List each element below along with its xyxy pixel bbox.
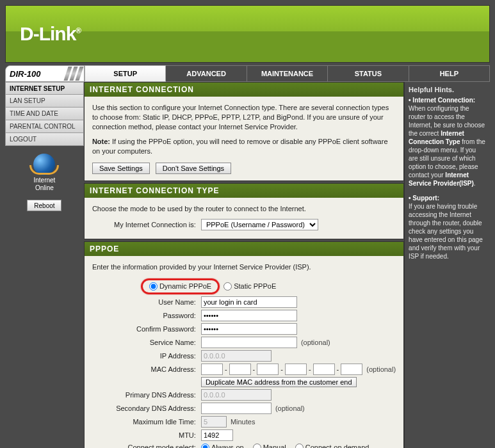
tab-help[interactable]: HELP bbox=[409, 65, 490, 82]
dont-save-button[interactable]: Don't Save Settings bbox=[156, 163, 231, 174]
sidebar-item-parental[interactable]: PARENTAL CONTROL bbox=[5, 120, 84, 133]
ip-label: IP Address: bbox=[92, 351, 201, 361]
tab-setup[interactable]: SETUP bbox=[85, 65, 166, 82]
duplicate-mac-button[interactable]: Duplicate MAC address from the customer … bbox=[201, 377, 357, 387]
mac-seg-5[interactable] bbox=[313, 364, 335, 375]
mac-seg-4[interactable] bbox=[285, 364, 307, 375]
main-tabs: SETUP ADVANCED MAINTENANCE STATUS HELP bbox=[85, 65, 490, 82]
save-settings-button[interactable]: Save Settings bbox=[92, 163, 150, 174]
connection-description: Use this section to configure your Inter… bbox=[92, 103, 396, 132]
radio-on-demand[interactable] bbox=[295, 444, 304, 448]
optional-text: (optional) bbox=[301, 338, 330, 348]
mac-label: MAC Address: bbox=[92, 365, 201, 374]
tab-maintenance[interactable]: MAINTENANCE bbox=[247, 65, 328, 82]
radio-dynamic-pppoe[interactable] bbox=[149, 282, 158, 291]
model-label: DIR-100 bbox=[5, 65, 85, 82]
mac-seg-6[interactable] bbox=[341, 364, 362, 375]
panel-title-connection: INTERNET CONNECTION bbox=[85, 83, 403, 97]
mtu-label: MTU: bbox=[92, 431, 201, 440]
optional-text: (optional) bbox=[366, 365, 396, 374]
mac-seg-2[interactable] bbox=[229, 364, 251, 375]
tab-advanced[interactable]: ADVANCED bbox=[166, 65, 247, 82]
connect-mode-label: Connect mode select: bbox=[92, 443, 201, 448]
service-name-label: Service Name: bbox=[92, 338, 201, 348]
pdns-input bbox=[201, 389, 272, 401]
conn-type-label: My Internet Connection is: bbox=[92, 220, 201, 230]
optional-text: (optional) bbox=[275, 404, 305, 413]
password-label: Password: bbox=[92, 311, 201, 321]
brand-logo: D-Link® bbox=[20, 23, 81, 45]
sidebar-item-internet-setup[interactable]: INTERNET SETUP bbox=[5, 82, 84, 95]
mtu-input[interactable] bbox=[201, 429, 233, 441]
username-input[interactable] bbox=[201, 296, 297, 308]
sidebar-item-logout[interactable]: LOGOUT bbox=[5, 133, 84, 146]
connection-status: Internet Online bbox=[5, 154, 84, 192]
idle-unit: Minutes bbox=[231, 417, 256, 427]
panel-title-pppoe: PPPOE bbox=[85, 242, 403, 256]
connection-note: Note: If using the PPPoE option, you wil… bbox=[92, 137, 396, 156]
sidebar: INTERNET SETUP LAN SETUP TIME AND DATE P… bbox=[5, 82, 84, 448]
brand-banner: D-Link® bbox=[5, 5, 490, 63]
sdns-label: Secondary DNS Address: bbox=[92, 404, 201, 413]
service-name-input[interactable] bbox=[201, 337, 297, 348]
tab-status[interactable]: STATUS bbox=[328, 65, 409, 82]
idle-label: Maximum Idle Time: bbox=[92, 417, 201, 427]
dynamic-pppoe-highlight: Dynamic PPPoE bbox=[141, 278, 220, 294]
helpful-hints: Helpful Hints. • Internet Connection: Wh… bbox=[404, 82, 490, 448]
sidebar-item-lan-setup[interactable]: LAN SETUP bbox=[5, 95, 84, 108]
panel-title-conn-type: INTERNET CONNECTION TYPE bbox=[85, 184, 403, 198]
sidebar-item-time-date[interactable]: TIME AND DATE bbox=[5, 108, 84, 120]
radio-static-pppoe[interactable] bbox=[223, 282, 232, 291]
username-label: User Name: bbox=[92, 298, 201, 307]
conn-type-description: Choose the mode to be used by the router… bbox=[92, 204, 396, 214]
ip-input bbox=[201, 350, 272, 362]
mac-seg-3[interactable] bbox=[257, 364, 279, 375]
globe-icon bbox=[33, 154, 55, 175]
pppoe-intro: Enter the information provided by your I… bbox=[92, 262, 396, 272]
main-content: INTERNET CONNECTION Use this section to … bbox=[84, 82, 404, 448]
idle-input bbox=[201, 416, 227, 428]
reboot-button[interactable]: Reboot bbox=[27, 200, 61, 211]
confirm-password-input[interactable] bbox=[201, 323, 297, 335]
radio-always-on[interactable] bbox=[201, 444, 209, 448]
confirm-password-label: Confirm Password: bbox=[92, 324, 201, 334]
radio-manual[interactable] bbox=[253, 444, 261, 448]
mac-seg-1[interactable] bbox=[201, 364, 223, 375]
conn-type-select[interactable]: PPPoE (Username / Password) bbox=[201, 219, 318, 230]
hints-title: Helpful Hints. bbox=[409, 82, 486, 96]
pdns-label: Primary DNS Address: bbox=[92, 390, 201, 400]
password-input[interactable] bbox=[201, 310, 297, 321]
sdns-input[interactable] bbox=[201, 403, 272, 414]
